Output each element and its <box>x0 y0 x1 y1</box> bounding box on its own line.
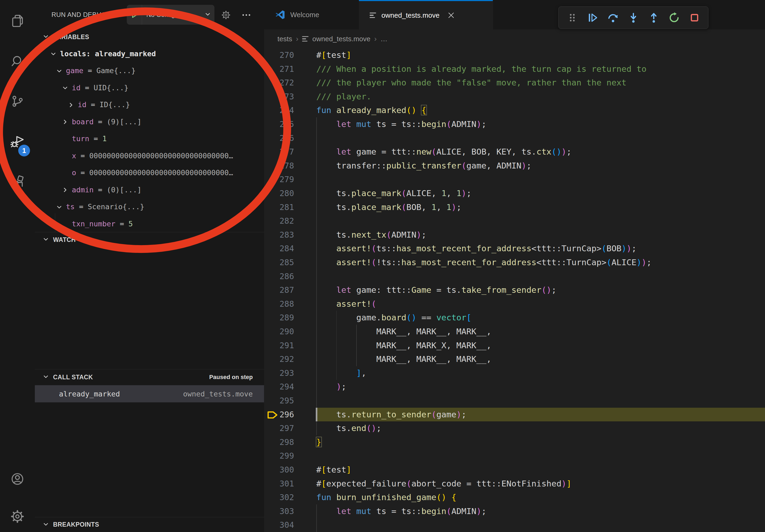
variable-row[interactable]: turn = 1 <box>35 130 264 147</box>
line-number[interactable]: 270 <box>278 48 294 62</box>
chevron-down-icon[interactable] <box>50 50 57 59</box>
line-number[interactable]: 293 <box>278 366 294 380</box>
line-number[interactable]: 275 <box>278 117 294 131</box>
code-line-299[interactable]: 299 <box>264 449 765 463</box>
tab-owned-tests-move[interactable]: owned_tests.move <box>359 0 493 30</box>
variable-row[interactable]: id = ID{...} <box>35 96 264 113</box>
activity-item-source-control[interactable] <box>0 85 35 117</box>
call-stack-frame[interactable]: already_markedowned_tests.move <box>35 385 264 402</box>
code-line-282[interactable]: 282 <box>264 214 765 228</box>
code-line-303[interactable]: 303 let mut ts = ts::begin(ADMIN); <box>264 504 765 518</box>
line-number[interactable]: 300 <box>278 463 294 477</box>
line-number[interactable]: 294 <box>278 380 294 394</box>
activity-item-accounts[interactable] <box>0 463 35 495</box>
line-number[interactable]: 299 <box>278 449 294 463</box>
code-line-272[interactable]: 272/// the player who made the "false" m… <box>264 76 765 90</box>
code-line-270[interactable]: 270#[test] <box>264 48 765 62</box>
line-number[interactable]: 296 <box>278 408 294 421</box>
code-line-278[interactable]: 278 transfer::public_transfer(game, ADMI… <box>264 159 765 173</box>
code-line-274[interactable]: 274fun already_marked() { <box>264 104 765 117</box>
line-number[interactable]: 289 <box>278 311 294 325</box>
line-number[interactable]: 302 <box>278 490 294 504</box>
variable-row[interactable]: board = (9)[...] <box>35 113 264 130</box>
code-line-295[interactable]: 295 <box>264 394 765 408</box>
chevron-down-icon[interactable] <box>62 84 69 93</box>
activity-item-settings[interactable] <box>0 500 35 532</box>
variable-row[interactable]: admin = (0)[...] <box>35 181 264 198</box>
line-number[interactable]: 280 <box>278 186 294 200</box>
code-line-298[interactable]: 298} <box>264 435 765 449</box>
code-line-304[interactable]: 304 <box>264 518 765 532</box>
stop-button[interactable] <box>686 9 703 26</box>
chevron-down-icon[interactable] <box>56 68 63 76</box>
line-number[interactable]: 290 <box>278 325 294 339</box>
code-line-283[interactable]: 283 ts.next_tx(ADMIN); <box>264 228 765 242</box>
code-line-273[interactable]: 273/// player. <box>264 90 765 104</box>
line-number[interactable]: 277 <box>278 145 294 159</box>
chevron-right-icon[interactable] <box>62 119 69 127</box>
line-number[interactable]: 287 <box>278 283 294 297</box>
variables-section-header[interactable]: VARIABLES <box>35 30 264 45</box>
chevron-right-icon[interactable] <box>68 102 75 110</box>
step-out-button[interactable] <box>645 9 662 26</box>
line-number[interactable]: 284 <box>278 242 294 256</box>
line-number[interactable]: 279 <box>278 172 294 186</box>
code-line-285[interactable]: 285 assert!(!ts::has_most_recent_for_add… <box>264 256 765 269</box>
breakpoints-section-header[interactable]: BREAKPOINTS <box>35 517 264 532</box>
code-line-288[interactable]: 288 assert!( <box>264 297 765 311</box>
variable-row[interactable]: ts = Scenario{...} <box>35 198 264 215</box>
close-icon[interactable] <box>447 11 455 19</box>
code-line-292[interactable]: 292 MARK__, MARK__, MARK__, <box>264 352 765 366</box>
line-number[interactable]: 274 <box>278 104 294 117</box>
line-number[interactable]: 283 <box>278 228 294 242</box>
breadcrumb-item[interactable]: tests <box>278 35 292 43</box>
continue-button[interactable] <box>584 9 601 26</box>
code-line-300[interactable]: 300#[test] <box>264 463 765 477</box>
line-number[interactable]: 304 <box>278 518 294 532</box>
chevron-right-icon[interactable] <box>62 186 69 195</box>
line-number[interactable]: 291 <box>278 339 294 353</box>
variable-row[interactable]: o = 00000000000000000000000000000000… <box>35 164 264 181</box>
line-number[interactable]: 282 <box>278 214 294 228</box>
line-number[interactable]: 303 <box>278 504 294 518</box>
line-number[interactable]: 272 <box>278 76 294 90</box>
code-line-290[interactable]: 290 MARK__, MARK__, MARK__, <box>264 325 765 339</box>
code-line-294[interactable]: 294 ); <box>264 380 765 394</box>
code-line-297[interactable]: 297 ts.end(); <box>264 421 765 435</box>
activity-item-run-and-debug[interactable]: 1 <box>0 126 35 157</box>
more-actions-icon[interactable] <box>240 9 253 21</box>
variable-row[interactable]: game = Game{...} <box>35 62 264 79</box>
line-number[interactable]: 271 <box>278 62 294 76</box>
call-stack-section-header[interactable]: CALL STACK Paused on step <box>35 370 264 385</box>
line-number[interactable]: 301 <box>278 477 294 491</box>
code-line-280[interactable]: 280 ts.place_mark(ALICE, 1, 1); <box>264 186 765 200</box>
line-number[interactable]: 298 <box>278 435 294 449</box>
line-number[interactable]: 273 <box>278 90 294 104</box>
restart-button[interactable] <box>666 9 682 26</box>
code-line-301[interactable]: 301#[expected_failure(abort_code = ttt::… <box>264 477 765 491</box>
step-over-button[interactable] <box>605 9 621 26</box>
activity-item-explorer[interactable] <box>0 5 35 37</box>
variable-row[interactable]: locals: already_marked <box>35 45 264 62</box>
code-line-284[interactable]: 284 assert!(ts::has_most_recent_for_addr… <box>264 242 765 256</box>
code-line-293[interactable]: 293 ], <box>264 366 765 380</box>
code-line-276[interactable]: 276 <box>264 131 765 145</box>
line-number[interactable]: 286 <box>278 269 294 283</box>
code-line-281[interactable]: 281 ts.place_mark(BOB, 1, 1); <box>264 200 765 214</box>
code-line-291[interactable]: 291 MARK__, MARK_X, MARK__, <box>264 339 765 353</box>
line-number[interactable]: 285 <box>278 256 294 269</box>
variable-row[interactable]: txn_number = 5 <box>35 215 264 232</box>
line-number[interactable]: 292 <box>278 352 294 366</box>
step-into-button[interactable] <box>625 9 642 26</box>
code-line-271[interactable]: 271/// When a position is already marked… <box>264 62 765 76</box>
activity-item-extensions[interactable] <box>0 165 35 198</box>
chevron-down-icon[interactable] <box>56 204 63 212</box>
code-line-277[interactable]: 277 let game = ttt::new(ALICE, BOB, KEY,… <box>264 145 765 159</box>
debug-settings-gear-icon[interactable] <box>220 9 232 21</box>
code-line-286[interactable]: 286 <box>264 269 765 283</box>
drag-grip-icon[interactable] <box>564 9 581 26</box>
tab-welcome[interactable]: Welcome <box>264 0 359 30</box>
code-line-302[interactable]: 302fun burn_unfinished_game() { <box>264 490 765 504</box>
line-number[interactable]: 297 <box>278 421 294 435</box>
line-number[interactable]: 281 <box>278 200 294 214</box>
